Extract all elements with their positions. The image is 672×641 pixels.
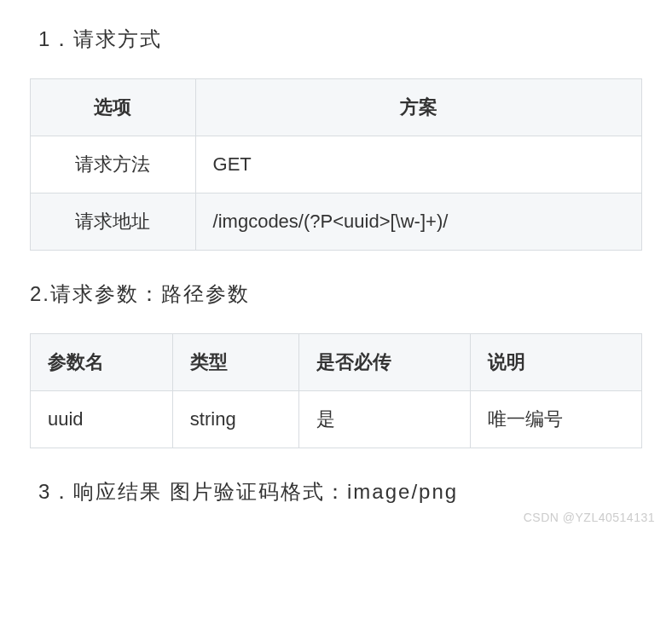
table1-cell: 请求地址 [31,193,196,251]
table1-cell: 请求方法 [31,136,196,193]
section-2-heading: 2.请求参数：路径参数 [30,280,642,308]
table2-header-desc: 说明 [470,334,641,391]
table1-cell: GET [195,136,641,193]
table1-header-plan: 方案 [195,79,641,136]
table1-header-option: 选项 [31,79,196,136]
table-row: 请求方法 GET [31,136,642,193]
table2-cell: 唯一编号 [470,391,641,448]
table1-cell: /imgcodes/(?P<uuid>[\w-]+)/ [195,193,641,251]
watermark: CSDN @YZL40514131 [524,511,655,524]
table2-header-required: 是否必传 [298,334,470,391]
request-method-table: 选项 方案 请求方法 GET 请求地址 /imgcodes/(?P<uuid>[… [30,78,642,251]
section-1-heading: 1．请求方式 [30,26,642,53]
table2-header-param: 参数名 [31,334,173,391]
table2-cell: 是 [298,391,470,448]
table2-cell: string [172,391,298,448]
section-3-heading: 3．响应结果 图片验证码格式：image/png [30,478,642,505]
table2-header-type: 类型 [172,334,298,391]
table-row: uuid string 是 唯一编号 [31,391,642,448]
table-row: 请求地址 /imgcodes/(?P<uuid>[\w-]+)/ [31,193,642,251]
table2-cell: uuid [31,391,173,448]
request-params-table: 参数名 类型 是否必传 说明 uuid string 是 唯一编号 [30,333,642,448]
